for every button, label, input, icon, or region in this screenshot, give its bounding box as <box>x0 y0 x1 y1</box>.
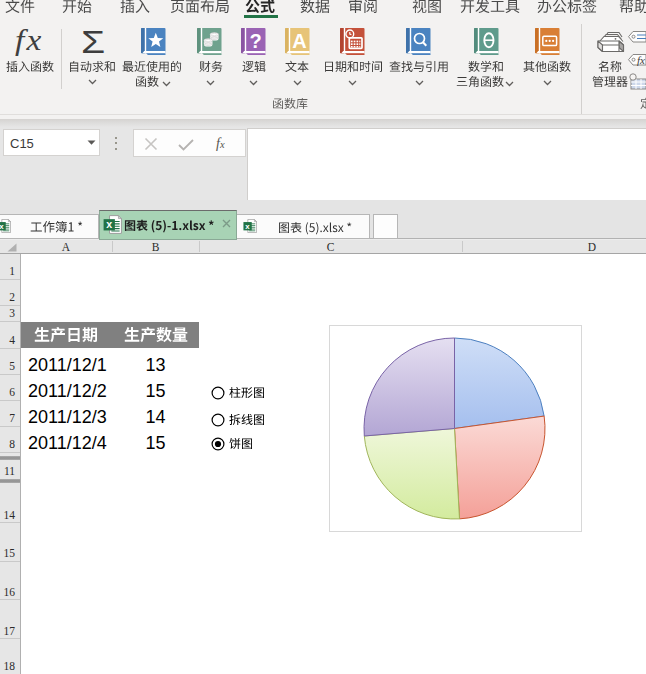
svg-text:A: A <box>292 30 306 52</box>
svg-text:?: ? <box>249 30 261 52</box>
svg-text:x: x <box>245 222 250 231</box>
svg-text:fx: fx <box>637 54 645 66</box>
svg-text:x: x <box>106 218 112 230</box>
svg-text:x: x <box>0 222 4 231</box>
